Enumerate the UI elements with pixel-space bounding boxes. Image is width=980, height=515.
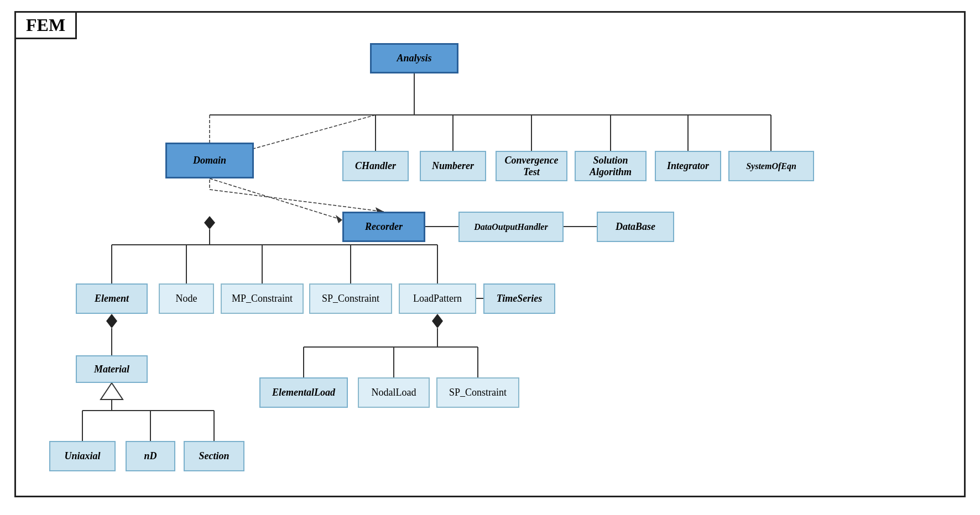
svg-marker-14 [336,215,342,223]
solution-algorithm-box: Solution Algorithm [575,151,647,181]
convergence-box: Convergence Test [496,151,567,181]
svg-marker-26 [106,314,117,328]
diagram-container: FEM [14,11,966,497]
numberer-box: Numberer [420,151,486,181]
svg-marker-17 [204,216,215,229]
nodalload-box: NodalLoad [358,377,430,408]
mpconstraint-box: MP_Constraint [221,283,304,314]
material-box: Material [76,355,148,383]
svg-line-11 [210,190,384,212]
systemofeqn-box: SystemOfEqn [728,151,814,181]
section-box: Section [184,441,244,471]
uniaxial-box: Uniaxial [49,441,116,471]
node-box: Node [159,283,214,314]
spconstraint2-box: SP_Constraint [436,377,519,408]
database-box: DataBase [597,212,674,242]
timeseries-box: TimeSeries [483,283,555,314]
dataoutputhandler-box: DataOutputHandler [458,212,564,242]
integrator-box: Integrator [655,151,721,181]
spconstraint-box: SP_Constraint [309,283,392,314]
chandler-box: CHandler [342,151,409,181]
svg-line-13 [210,178,342,220]
analysis-box: Analysis [370,43,458,73]
nd-box: nD [126,441,175,471]
element-box: Element [76,283,148,314]
domain-box: Domain [165,143,254,178]
elementalload-box: ElementalLoad [259,377,348,408]
loadpattern-box: LoadPattern [399,283,476,314]
svg-marker-34 [432,314,443,328]
diagram-title: FEM [14,11,77,39]
diagram-svg [16,13,964,496]
recorder-box: Recorder [342,212,425,242]
svg-marker-28 [101,383,123,400]
